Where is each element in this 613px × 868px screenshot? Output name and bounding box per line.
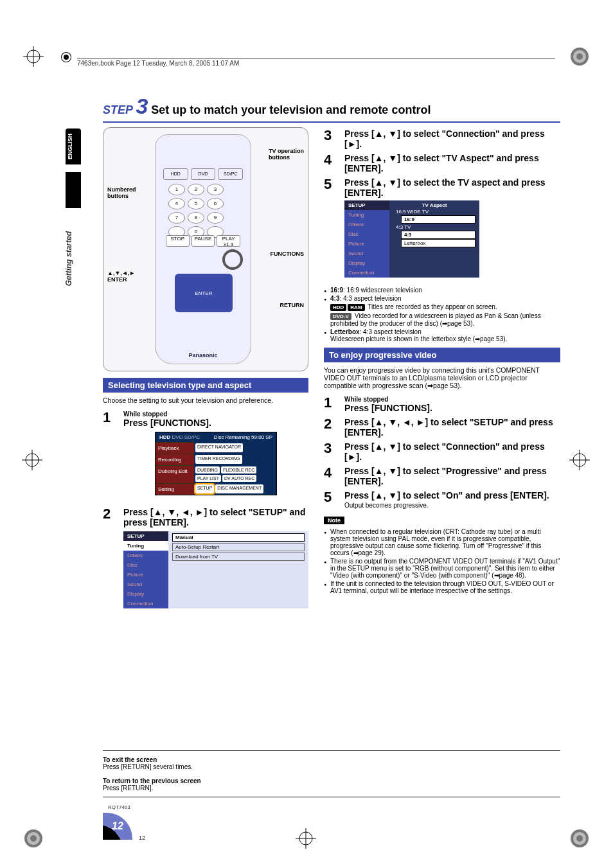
note-item: When connected to a regular television (…: [324, 528, 560, 556]
binding-dot-icon: [62, 53, 71, 62]
page-number-small: 12: [139, 835, 145, 841]
step-number-4: 4: [324, 153, 338, 167]
section-band-progressive: To enjoy progressive video: [324, 348, 560, 362]
prog-step5-sub: Output becomes progressive.: [344, 502, 560, 509]
drive-dvd-button: DVD: [191, 168, 216, 180]
svg-point-5: [576, 53, 583, 60]
blank-tab: [66, 172, 81, 208]
intro-text: Choose the setting to suit your televisi…: [103, 396, 308, 404]
exit-text: Press [RETURN] several times.: [103, 763, 193, 770]
crop-mark-icon: [569, 46, 590, 67]
remote-body: HDD DVD SD/PC 123 456 789 0 STOP PAUSE P…: [155, 134, 251, 364]
step-number-3: 3: [324, 128, 338, 143]
model-code: RQT7463: [108, 804, 130, 810]
dpad: ENTER: [175, 274, 233, 312]
step1-instruction: Press [FUNCTIONS].: [123, 418, 308, 428]
prog-step-5: 5: [324, 490, 338, 504]
note-label: Note: [324, 517, 344, 524]
prog-step2-main: Press [▲, ▼, ◄, ►] to select "SETUP" and…: [344, 417, 560, 438]
step4-instruction: Press [▲, ▼] to select "TV Aspect" and p…: [344, 153, 560, 173]
svg-point-17: [30, 835, 37, 842]
note-item: If the unit is connected to the televisi…: [324, 580, 560, 594]
drive-hdd-button: HDD: [163, 168, 188, 180]
callout-tv-operation: TV operationbuttons: [269, 147, 304, 161]
step-number-5: 5: [324, 177, 338, 191]
prog-step5-main: Press [▲, ▼] to select "On" and press [E…: [344, 490, 560, 500]
prog-step3-main: Press [▲, ▼] to select "Connection" and …: [344, 441, 560, 462]
callout-functions: FUNCTIONS: [271, 250, 305, 258]
step-prefix: STEP: [103, 103, 132, 116]
crop-mark-icon: [23, 46, 44, 67]
notes-list: When connected to a regular television (…: [324, 528, 560, 594]
brand-label: Panasonic: [155, 352, 251, 359]
prog-step4-main: Press [▲, ▼] to select "Progressive" and…: [344, 466, 560, 486]
step5-instruction: Press [▲, ▼] to select the TV aspect and…: [344, 177, 560, 198]
prog-step-2: 2: [324, 417, 338, 431]
return-text: Press [RETURN].: [103, 784, 153, 792]
prog-step1-main: Press [FUNCTIONS].: [344, 403, 560, 413]
prog-step-3: 3: [324, 441, 338, 456]
callout-enter: ▲,▼,◄,►ENTER: [107, 269, 135, 283]
crop-mark-icon: [569, 828, 590, 849]
aspect-explanations: 16:9: 16:9 widescreen television 4:3: 4:…: [324, 287, 560, 342]
callout-numbered-buttons: Numberedbuttons: [107, 186, 136, 200]
prog-step1-pre: While stopped: [344, 396, 560, 403]
step-title-text: Set up to match your television and remo…: [151, 103, 431, 116]
page-title: STEP 3 Set up to match your television a…: [103, 94, 560, 123]
return-title: To return to the previous screen: [103, 777, 560, 784]
drive-sdpc-button: SD/PC: [218, 168, 243, 180]
language-tab: ENGLISH: [66, 128, 81, 164]
step-number-1: 1: [103, 411, 117, 425]
crop-mark-icon: [23, 828, 44, 849]
tv-aspect-osd: SETUP Tuning Others Disc Picture Sound D…: [344, 200, 479, 278]
section-band-selecting-tv: Selecting television type and aspect: [103, 378, 308, 393]
note-item: There is no output from the COMPONENT VI…: [324, 558, 560, 579]
number-pad: 123 456 789 0: [168, 184, 224, 238]
exit-title: To exit the screen: [103, 756, 560, 763]
crop-mark-icon: [569, 450, 590, 470]
callout-return: RETURN: [280, 301, 305, 309]
functions-ring-icon: [222, 249, 243, 270]
remote-diagram: TV operationbuttons Numberedbuttons FUNC…: [103, 127, 308, 371]
svg-point-20: [576, 835, 583, 842]
step2-instruction: Press [▲, ▼, ◄, ►] to select "SETUP" and…: [123, 507, 308, 527]
setup-osd: SETUP Tuning Others Disc Picture Sound D…: [123, 531, 308, 608]
prog-step-4: 4: [324, 466, 338, 480]
section-label: Getting started: [64, 231, 73, 286]
functions-osd: HDD DVD SD/PC Disc Remaining 59:00 SP Pl…: [155, 432, 277, 495]
crop-mark-icon: [22, 450, 42, 470]
transport-row: STOP PAUSE PLAY x1.3: [166, 235, 240, 247]
book-header-text: 7463en.book Page 12 Tuesday, March 8, 20…: [77, 58, 555, 67]
step1-precondition: While stopped: [123, 411, 308, 418]
progressive-intro: You can enjoy progressive video by conne…: [324, 366, 560, 389]
step-number-2: 2: [103, 507, 117, 521]
step3-instruction: Press [▲, ▼] to select "Connection" and …: [344, 128, 560, 149]
step-number: 3: [136, 94, 148, 118]
exit-instructions: To exit the screen Press [RETURN] severa…: [103, 750, 560, 797]
prog-step-1: 1: [324, 396, 338, 410]
